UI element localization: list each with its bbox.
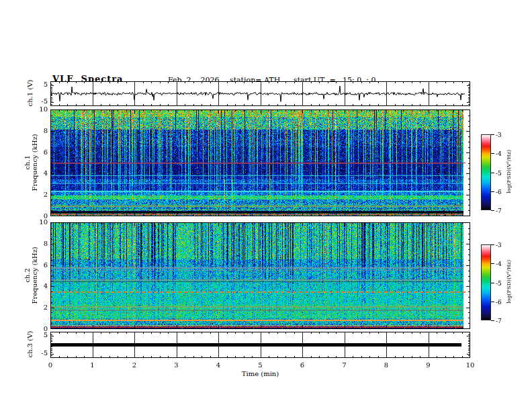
tick-mark [420,223,420,224]
tick-mark [210,82,211,83]
tick-mark [101,104,101,105]
ch3-waveform-canvas [51,332,470,357]
tick-mark [468,340,470,340]
tick-mark [51,271,52,271]
tick-mark [51,97,52,98]
tick-mark [336,104,337,105]
tick-mark [51,286,54,287]
tick-mark [269,356,269,357]
tick-mark [468,334,470,335]
voltage-tick-label: -5 [33,349,48,357]
tick-mark [252,82,253,83]
tick-mark [468,255,470,255]
tick-mark [252,332,253,334]
tick-mark [59,327,60,328]
tick-mark [227,327,228,328]
tick-mark [118,110,118,111]
tick-mark [468,210,470,211]
tick-mark [109,356,110,357]
tick-mark [126,332,127,334]
tick-mark [269,82,269,83]
tick-mark [311,104,312,105]
frequency-tick-label: 0 [33,325,48,333]
tick-mark [386,110,387,113]
tick-mark [177,212,177,216]
tick-mark [67,214,68,216]
tick-mark [261,110,261,113]
tick-mark [302,223,303,226]
tick-mark [244,356,245,357]
tick-mark [403,332,404,334]
tick-mark [468,199,470,200]
tick-mark [109,104,110,105]
tick-mark [453,110,454,111]
tick-mark [277,110,278,111]
tick-mark [126,327,127,328]
tick-mark [51,350,52,351]
tick-mark [420,110,420,111]
tick-mark [319,223,320,224]
tick-mark [353,104,353,105]
tick-mark [168,214,169,216]
colorbar-tick-label: -7 [496,207,509,215]
tick-mark [328,214,328,216]
tick-mark [361,82,362,83]
tick-mark [261,223,261,226]
tick-mark [202,110,202,111]
tick-mark [285,104,286,105]
x-tick-label: 5 [253,361,269,369]
x-tick-label: 7 [337,361,353,369]
tick-mark [437,327,437,328]
tick-mark [185,327,185,328]
tick-mark [51,297,52,298]
colorbar-tick-mark [491,134,494,135]
tick-mark [468,92,470,93]
frequency-tick-label: 4 [33,169,48,177]
tick-mark [227,82,228,83]
colorbar-tick-mark [491,191,494,192]
tick-mark [51,338,52,338]
tick-mark [51,94,52,95]
tick-mark [227,332,228,334]
tick-mark [227,356,228,357]
colorbar-tick-label: -3 [496,241,509,249]
tick-mark [109,332,110,334]
tick-mark [328,327,328,328]
tick-mark [168,104,169,105]
tick-mark [453,82,454,83]
tick-mark [51,121,52,122]
frequency-tick-label: 8 [33,240,48,248]
tick-mark [118,214,118,216]
tick-mark [126,214,127,216]
tick-mark [118,223,118,224]
tick-mark [51,147,52,148]
tick-mark [193,223,194,224]
tick-mark [67,104,68,105]
frequency-tick-label: 2 [33,191,48,199]
tick-mark [67,110,68,111]
tick-mark [185,223,185,224]
tick-mark [353,214,353,216]
tick-mark [319,214,320,216]
tick-mark [193,214,194,216]
tick-mark [395,110,396,111]
tick-mark [285,332,286,334]
tick-mark [345,325,345,328]
tick-mark [244,82,245,83]
tick-mark [101,356,101,357]
tick-mark [269,327,269,328]
tick-mark [134,212,135,216]
tick-mark [51,234,52,234]
tick-mark [468,97,470,98]
tick-mark [369,327,370,328]
tick-mark [361,104,362,105]
tick-mark [227,110,228,111]
colorbar-tick-label: -4 [496,260,509,268]
tick-mark [412,356,412,357]
tick-mark [218,212,219,216]
tick-mark [51,116,52,116]
tick-mark [160,214,161,216]
tick-mark [51,189,52,190]
tick-mark [252,327,253,328]
tick-mark [269,332,269,334]
